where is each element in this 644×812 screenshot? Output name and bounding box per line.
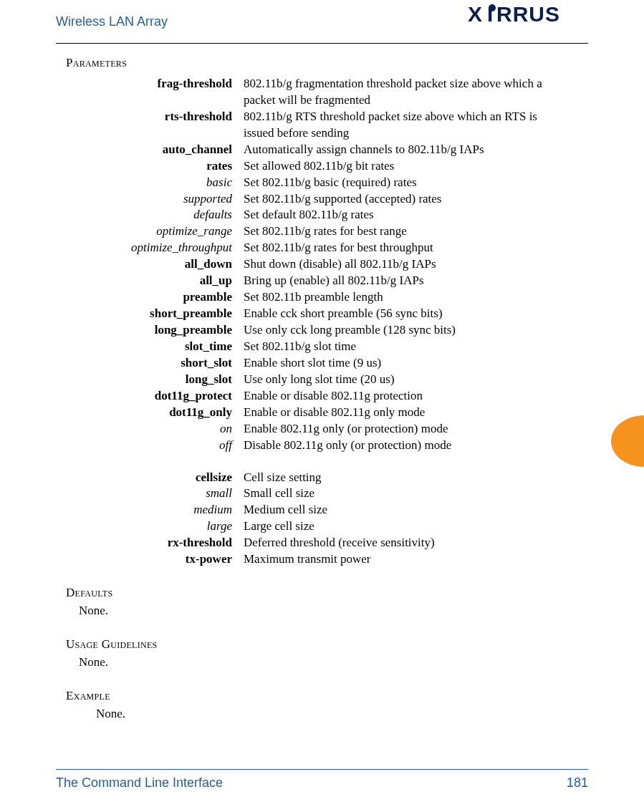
parameter-row: supportedSet 802.11b/g supported (accept… [66, 191, 567, 208]
parameter-description: Automatically assign channels to 802.11b… [244, 142, 567, 158]
parameter-row: defaultsSet default 802.11b/g rates [66, 207, 567, 223]
parameter-row: rx-thresholdDeferred threshold (receive … [66, 535, 567, 551]
parameter-description: Set 802.11b/g supported (accepted) rates [244, 191, 567, 208]
parameter-description: Set 802.11b preamble length [244, 289, 567, 306]
parameter-row: preambleSet 802.11b preamble length [66, 289, 567, 306]
parameter-row: slot_timeSet 802.11b/g slot time [66, 339, 567, 355]
parameter-row: tx-powerMaximum transmit power [66, 551, 567, 568]
parameter-row: basicSet 802.11b/g basic (required) rate… [66, 175, 567, 191]
parameter-description: Enable cck short preamble (56 sync bits) [244, 306, 567, 322]
parameter-term: optimize_range [66, 223, 244, 240]
footer-page-number: 181 [567, 774, 588, 791]
parameter-term: off [66, 438, 244, 454]
parameter-description: Set default 802.11b/g rates [244, 207, 567, 223]
parameter-row: ratesSet allowed 802.11b/g bit rates [66, 158, 567, 175]
parameter-row: rts-threshold802.11b/g RTS threshold pac… [66, 109, 567, 142]
parameter-description: Set 802.11b/g rates for best range [244, 223, 567, 240]
parameter-term: cellsize [66, 470, 244, 486]
brand-logo: X I RRUS [468, 1, 588, 32]
parameter-row: auto_channelAutomatically assign channel… [66, 142, 567, 158]
parameter-row: cellsizeCell size setting [66, 470, 567, 486]
content-area: Parameters frag-threshold802.11b/g fragm… [0, 44, 644, 722]
parameter-term: small [66, 485, 244, 502]
parameter-term: rx-threshold [66, 535, 244, 551]
parameter-row: offDisable 802.11g only (or protection) … [66, 438, 567, 454]
parameter-term: frag-threshold [66, 76, 244, 109]
defaults-value: None. [79, 603, 588, 619]
page-footer: The Command Line Interface 181 [56, 769, 588, 792]
parameter-description: Set 802.11b/g slot time [244, 339, 567, 355]
parameter-term: dot11g_only [66, 405, 244, 421]
parameter-description: 802.11b/g RTS threshold packet size abov… [244, 109, 567, 142]
parameter-description: Bring up (enable) all 802.11b/g IAPs [244, 273, 567, 289]
parameter-row: short_slotEnable short slot time (9 us) [66, 355, 567, 372]
footer-section-title: The Command Line Interface [56, 775, 223, 790]
parameter-term: auto_channel [66, 142, 244, 158]
parameter-description: Enable short slot time (9 us) [244, 355, 567, 372]
parameter-term: supported [66, 191, 244, 208]
parameter-term: slot_time [66, 339, 244, 355]
parameter-row: smallSmall cell size [66, 485, 567, 502]
parameter-term: tx-power [66, 551, 244, 568]
parameter-description: Deferred threshold (receive sensitivity) [244, 535, 567, 551]
parameter-description: Medium cell size [244, 502, 567, 518]
page-title: Wireless LAN Array [56, 13, 168, 30]
parameter-row: dot11g_onlyEnable or disable 802.11g onl… [66, 405, 567, 421]
parameter-term: on [66, 421, 244, 438]
parameters-heading: Parameters [66, 55, 588, 72]
parameter-description: Set 802.11b/g basic (required) rates [244, 175, 567, 191]
parameter-row: long_preambleUse only cck long preamble … [66, 322, 567, 339]
parameter-description: Small cell size [244, 485, 567, 502]
parameter-row: mediumMedium cell size [66, 502, 567, 518]
svg-text:I: I [487, 2, 493, 26]
parameter-row: optimize_rangeSet 802.11b/g rates for be… [66, 223, 567, 240]
parameter-term: defaults [66, 207, 244, 223]
parameter-row: long_slotUse only long slot time (20 us) [66, 372, 567, 388]
parameter-description: Large cell size [244, 518, 567, 535]
parameter-description: Shut down (disable) all 802.11b/g IAPs [244, 256, 567, 273]
parameter-term: optimize_throughput [66, 240, 244, 256]
parameter-term: large [66, 518, 244, 535]
parameter-description: 802.11b/g fragmentation threshold packet… [244, 76, 567, 109]
parameter-row: largeLarge cell size [66, 518, 567, 535]
parameter-row: onEnable 802.11g only (or protection) mo… [66, 421, 567, 438]
example-value: None. [96, 706, 588, 722]
parameter-term: short_slot [66, 355, 244, 372]
parameter-description: Use only cck long preamble (128 sync bit… [244, 322, 567, 339]
svg-text:RRUS: RRUS [496, 2, 560, 26]
svg-text:X: X [468, 2, 482, 26]
defaults-heading: Defaults [66, 585, 588, 601]
parameter-term: medium [66, 502, 244, 518]
parameter-term: long_preamble [66, 322, 244, 339]
parameter-term: rts-threshold [66, 109, 244, 142]
parameter-row: all_upBring up (enable) all 802.11b/g IA… [66, 273, 567, 289]
parameter-description: Use only long slot time (20 us) [244, 372, 567, 388]
parameter-term: all_down [66, 256, 244, 273]
parameter-description: Set 802.11b/g rates for best throughput [244, 240, 567, 256]
parameter-description: Maximum transmit power [244, 551, 567, 568]
parameter-row: frag-threshold802.11b/g fragmentation th… [66, 76, 567, 109]
parameter-row: all_downShut down (disable) all 802.11b/… [66, 256, 567, 273]
parameter-row: dot11g_protectEnable or disable 802.11g … [66, 388, 567, 405]
parameter-description: Disable 802.11g only (or protection) mod… [244, 438, 567, 454]
usage-value: None. [79, 654, 588, 671]
parameter-description: Enable 802.11g only (or protection) mode [244, 421, 567, 438]
parameters-table: frag-threshold802.11b/g fragmentation th… [66, 76, 567, 568]
parameter-description: Enable or disable 802.11g protection [244, 388, 567, 405]
parameter-description: Cell size setting [244, 470, 567, 486]
parameter-row: optimize_throughputSet 802.11b/g rates f… [66, 240, 567, 256]
parameter-term: preamble [66, 289, 244, 306]
example-heading: Example [66, 688, 588, 705]
parameter-term: rates [66, 158, 244, 175]
page-header: Wireless LAN Array X I RRUS [0, 0, 644, 43]
parameter-row: short_preambleEnable cck short preamble … [66, 306, 567, 322]
parameter-term: long_slot [66, 372, 244, 388]
parameter-term: all_up [66, 273, 244, 289]
xirrus-logo-icon: X I RRUS [468, 1, 588, 27]
parameter-term: short_preamble [66, 306, 244, 322]
parameter-term: dot11g_protect [66, 388, 244, 405]
parameter-description: Set allowed 802.11b/g bit rates [244, 158, 567, 175]
parameter-description: Enable or disable 802.11g only mode [244, 405, 567, 421]
footer-rule [56, 769, 588, 770]
parameter-term: basic [66, 175, 244, 191]
